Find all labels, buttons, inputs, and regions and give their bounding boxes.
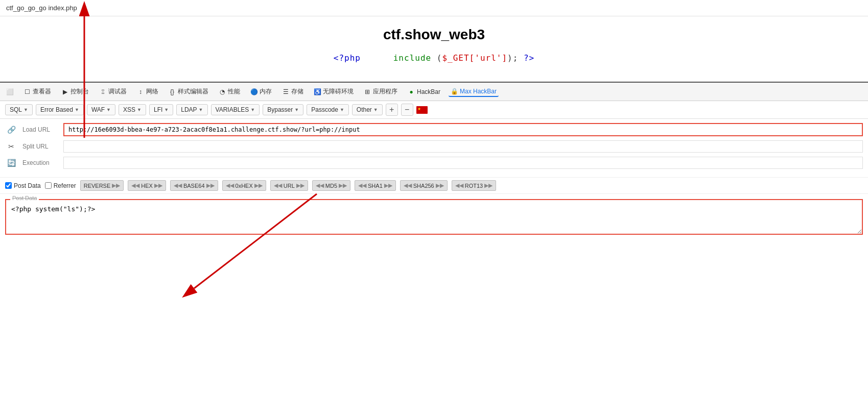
page-wrapper: ctf_go_go_go index.php ctf.show_web3 <?p… (0, 0, 868, 395)
page-title-bar: ctf_go_go_go index.php (0, 0, 868, 16)
error-based-dropdown-arrow: ▼ (75, 107, 79, 112)
passcode-label: Passcode (311, 106, 338, 113)
devtools-viewer[interactable]: ☐ 查看器 (21, 86, 53, 97)
sha256-arrow-r: ▶▶ (436, 182, 444, 189)
post-data-checkbox-item: Post Data (5, 182, 41, 189)
devtools-accessibility[interactable]: ♿ 无障碍环境 (312, 86, 356, 97)
hex-arrow-r: ▶▶ (154, 182, 162, 189)
referrer-checkbox[interactable] (45, 182, 52, 189)
devtools-max-hackbar[interactable]: 🔒 Max HackBar (449, 87, 499, 97)
memory-icon: 🔵 (250, 88, 257, 95)
execution-input[interactable] (63, 157, 863, 169)
sql-dropdown-arrow: ▼ (24, 107, 28, 112)
accessibility-label: 无障碍环境 (323, 87, 354, 96)
variables-label: VARIABLES (216, 106, 249, 113)
url-input[interactable] (63, 123, 863, 136)
md5-arrow-r: ▶▶ (339, 182, 347, 189)
variables-dropdown-arrow: ▼ (250, 107, 255, 112)
waf-button[interactable]: WAF ▼ (87, 104, 115, 115)
reverse-arrow: ▶▶ (112, 182, 120, 189)
url-label: URL (284, 183, 295, 189)
base64-btn[interactable]: ◀◀ BASE64 ▶▶ (170, 180, 218, 191)
main-content: ctf.show_web3 <?php include ($_GET['url'… (0, 16, 868, 83)
error-based-label: Error Based (40, 106, 73, 113)
sql-button[interactable]: SQL ▼ (5, 104, 33, 115)
other-button[interactable]: Other ▼ (352, 104, 383, 115)
other-label: Other (357, 106, 372, 113)
rot13-btn[interactable]: ◀◀ ROT13 ▶▶ (452, 180, 496, 191)
flag-icon: ★ (416, 106, 428, 114)
add-icon: + (389, 105, 394, 114)
execution-row: 🔄 Execution (5, 157, 863, 169)
rot13-arrow-r: ▶▶ (484, 182, 492, 189)
url-btn[interactable]: ◀◀ URL ▶▶ (270, 180, 308, 191)
php-close-tag: ?> (524, 53, 534, 63)
lfi-label: LFI (154, 106, 162, 113)
php-bracket: ] (502, 53, 507, 63)
waf-dropdown-arrow: ▼ (106, 107, 111, 112)
xss-button[interactable]: XSS ▼ (119, 104, 146, 115)
hex-arrow-l: ◀◀ (131, 182, 139, 189)
hex-btn[interactable]: ◀◀ HEX ▶▶ (128, 180, 166, 191)
reverse-btn[interactable]: REVERSE ▶▶ (80, 180, 124, 191)
devtools-storage[interactable]: ☰ 存储 (280, 86, 306, 97)
flag-star: ★ (417, 107, 421, 111)
add-button[interactable]: + (386, 104, 398, 116)
hackbar-label: HackBar (417, 88, 440, 95)
post-data-checkbox[interactable] (5, 182, 12, 189)
base64-arrow-r: ▶▶ (206, 182, 215, 189)
viewer-icon: ☐ (24, 88, 31, 95)
remove-icon: − (405, 105, 409, 114)
devtools-memory[interactable]: 🔵 内存 (248, 86, 274, 97)
hackbar-toolbar: SQL ▼ Error Based ▼ WAF ▼ XSS ▼ LFI ▼ LD… (0, 101, 868, 119)
sha1-arrow-r: ▶▶ (384, 182, 392, 189)
passcode-button[interactable]: Passcode ▼ (307, 104, 349, 115)
0xhex-btn[interactable]: ◀◀ 0xHEX ▶▶ (222, 180, 266, 191)
split-url-input[interactable] (63, 140, 863, 153)
php-get: $_GET[ (442, 53, 475, 63)
devtools-style-editor[interactable]: {} 样式编辑器 (167, 86, 210, 97)
php-string: 'url' (475, 53, 502, 63)
md5-label: MD5 (325, 183, 337, 189)
devtools-inspector[interactable]: ⬜ (4, 87, 15, 96)
xss-label: XSS (123, 106, 135, 113)
url-arrow-l: ◀◀ (274, 182, 282, 189)
style-icon: {} (169, 88, 176, 95)
max-hackbar-label: Max HackBar (460, 88, 497, 95)
lfi-button[interactable]: LFI ▼ (149, 104, 173, 115)
perf-icon: ◔ (219, 88, 226, 95)
ldap-button[interactable]: LDAP ▼ (176, 104, 207, 115)
passcode-dropdown-arrow: ▼ (340, 107, 344, 112)
devtools-application[interactable]: ⊞ 应用程序 (362, 86, 400, 97)
0xhex-arrow-r: ▶▶ (254, 182, 263, 189)
error-based-button[interactable]: Error Based ▼ (36, 104, 84, 115)
md5-btn[interactable]: ◀◀ MD5 ▶▶ (312, 180, 350, 191)
post-data-section: Post Data <?php system("ls");?> (5, 199, 863, 236)
link-icon: 🔗 (5, 126, 17, 134)
devtools-debugger[interactable]: ⑄ 调试器 (97, 86, 129, 97)
lfi-dropdown-arrow: ▼ (164, 107, 169, 112)
devtools-network[interactable]: ↕ 网络 (135, 86, 160, 97)
split-url-row: ✂ Split URL (5, 140, 863, 153)
xss-dropdown-arrow: ▼ (137, 107, 142, 112)
split-url-label: Split URL (22, 143, 58, 150)
execution-label: Execution (22, 159, 58, 166)
post-data-section-label: Post Data (10, 195, 39, 201)
max-hackbar-icon: 🔒 (451, 88, 458, 95)
sha256-btn[interactable]: ◀◀ SHA256 ▶▶ (400, 180, 448, 191)
post-data-textarea[interactable]: <?php system("ls");?> (5, 199, 863, 235)
php-close-paren: ); (507, 53, 518, 63)
sql-label: SQL (10, 106, 22, 113)
devtools-hackbar[interactable]: ● HackBar (406, 87, 442, 96)
devtools-console[interactable]: ▶ 控制台 (59, 86, 91, 97)
remove-button[interactable]: − (401, 104, 413, 116)
inspector-icon: ⬜ (6, 88, 13, 95)
network-label: 网络 (146, 87, 158, 96)
bypasser-button[interactable]: Bypasser ▼ (263, 104, 303, 115)
rot13-label: ROT13 (465, 183, 483, 189)
devtools-performance[interactable]: ◔ 性能 (217, 86, 242, 97)
md5-arrow-l: ◀◀ (316, 182, 324, 189)
bypasser-label: Bypasser (267, 106, 293, 113)
sha1-btn[interactable]: ◀◀ SHA1 ▶▶ (355, 180, 396, 191)
variables-button[interactable]: VARIABLES ▼ (211, 104, 260, 115)
